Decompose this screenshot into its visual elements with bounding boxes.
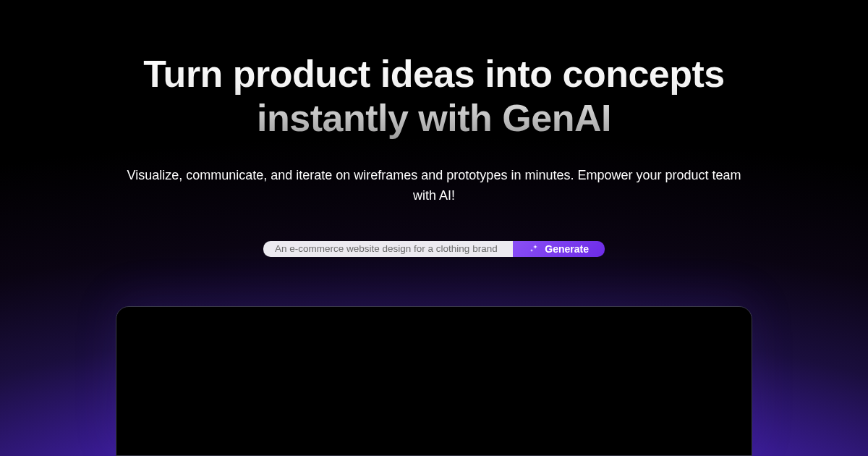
generate-button[interactable]: Generate <box>513 241 605 258</box>
hero-section: Turn product ideas into concepts instant… <box>0 0 868 456</box>
prompt-bar: Generate <box>263 241 605 258</box>
generate-button-label: Generate <box>545 243 589 255</box>
hero-headline: Turn product ideas into concepts instant… <box>109 52 760 141</box>
sparkle-icon <box>529 244 539 254</box>
prompt-input[interactable] <box>263 241 513 258</box>
hero-subhead: Visualize, communicate, and iterate on w… <box>127 166 741 206</box>
preview-frame <box>116 306 752 456</box>
